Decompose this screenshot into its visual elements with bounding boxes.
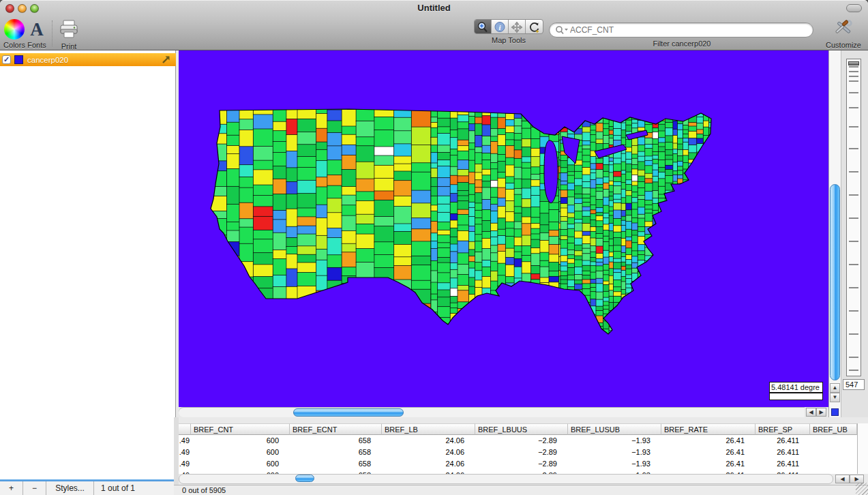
zoom-tool-button[interactable] bbox=[475, 20, 492, 34]
column-header-bref_ub[interactable]: BREF_UB bbox=[810, 423, 857, 435]
table-cell: −1.93 bbox=[568, 447, 661, 458]
layer-row-cancerp020[interactable]: ✓ cancerp020 bbox=[0, 53, 176, 66]
map-tools-group: i Map Tools bbox=[474, 19, 543, 44]
scroll-left-arrow[interactable]: ◀ bbox=[806, 408, 816, 417]
column-header-bref_sp[interactable]: BREF_SP bbox=[755, 423, 810, 435]
window-resize-grip[interactable] bbox=[856, 483, 868, 495]
rotate-tool-button[interactable] bbox=[526, 20, 543, 34]
layer-count: 1 out of 1 bbox=[94, 479, 176, 495]
scale-readout: 5.48141 degre bbox=[769, 382, 823, 393]
table-cell: −2.89 bbox=[475, 458, 568, 470]
table-cell: 26.411 bbox=[755, 447, 810, 458]
filter-field[interactable] bbox=[549, 22, 813, 38]
magnifier-icon bbox=[477, 21, 489, 33]
slider-tick bbox=[849, 80, 858, 82]
colors-button[interactable]: Colors bbox=[1, 19, 27, 49]
toolbar-separator bbox=[52, 20, 53, 46]
map-tools-label: Map Tools bbox=[474, 36, 543, 44]
table-cell: .49 bbox=[179, 458, 191, 470]
app-window: Untitled Colors A Fonts Print bbox=[0, 0, 868, 495]
customize-label: Customize bbox=[822, 41, 865, 49]
table-cell: −1.93 bbox=[568, 458, 661, 470]
rotate-icon bbox=[528, 21, 541, 33]
slider-tick bbox=[849, 310, 858, 312]
slider-tick bbox=[849, 171, 858, 172]
layer-visibility-checkbox[interactable]: ✓ bbox=[2, 55, 11, 64]
table-cell: 26.41 bbox=[661, 435, 755, 447]
table-horizontal-scrollbar[interactable] bbox=[179, 474, 833, 484]
scrollbar-corner-button[interactable] bbox=[831, 408, 839, 416]
table-vertical-scrollbar[interactable] bbox=[857, 423, 868, 474]
record-count-status: 0 out of 5905 bbox=[182, 486, 226, 494]
slider-tick bbox=[849, 264, 858, 265]
sidebar-bottom-bar: + − Styles... 1 out of 1 bbox=[0, 479, 176, 495]
zoom-value-field[interactable]: 547 bbox=[843, 379, 865, 390]
column-header-bref_lusub[interactable]: BREF_LUSUB bbox=[568, 423, 661, 435]
table-cell: 24.06 bbox=[382, 458, 475, 470]
fonts-icon: A bbox=[26, 19, 48, 40]
search-icon bbox=[555, 25, 569, 35]
window-chrome: Untitled Colors A Fonts Print bbox=[0, 0, 868, 50]
table-cell: 658 bbox=[290, 458, 382, 470]
table-row[interactable]: .4960065824.06−2.89−1.9326.4126.411 bbox=[179, 435, 857, 447]
slider-tick bbox=[849, 126, 858, 127]
filter-label-wrap: Filter cancerp020 bbox=[627, 40, 736, 48]
table-hscroll-thumb[interactable] bbox=[295, 475, 314, 482]
fonts-button[interactable]: A Fonts bbox=[26, 19, 48, 49]
column-header-bref_lbuus[interactable]: BREF_LBUUS bbox=[475, 423, 568, 435]
remove-layer-button[interactable]: − bbox=[23, 479, 46, 495]
us-county-map bbox=[179, 50, 828, 407]
layer-color-swatch[interactable] bbox=[14, 55, 23, 64]
print-button[interactable]: Print bbox=[57, 19, 81, 50]
customize-button[interactable]: Customize bbox=[822, 19, 865, 49]
scale-bar bbox=[769, 393, 823, 400]
table-cell: −2.89 bbox=[475, 447, 568, 458]
slider-tick bbox=[849, 217, 858, 219]
slider-tick bbox=[849, 287, 858, 288]
table-cell: 658 bbox=[290, 435, 382, 447]
table-left-gutter bbox=[174, 417, 179, 495]
title-bar[interactable]: Untitled bbox=[0, 0, 868, 17]
styles-button[interactable]: Styles... bbox=[46, 479, 94, 495]
info-tool-button[interactable]: i bbox=[492, 20, 509, 34]
table-header-row: BREF_CNTBREF_ECNTBREF_LBBREF_LBUUSBREF_L… bbox=[179, 423, 857, 435]
color-wheel-icon bbox=[4, 19, 25, 40]
expand-arrow-icon[interactable] bbox=[161, 55, 171, 65]
scroll-down-arrow[interactable]: ▼ bbox=[830, 393, 840, 402]
filter-input[interactable] bbox=[569, 25, 807, 35]
table-cell: 26.41 bbox=[661, 458, 755, 470]
scroll-right-arrow[interactable]: ▶ bbox=[816, 408, 826, 417]
table-cell bbox=[810, 435, 857, 447]
printer-icon bbox=[59, 19, 79, 40]
zoom-slider[interactable] bbox=[846, 59, 861, 376]
map-vertical-scrollbar[interactable]: ▲ ▼ bbox=[828, 50, 841, 417]
column-header-bref_rate[interactable]: BREF_RATE bbox=[661, 423, 755, 435]
layer-name: cancerp020 bbox=[27, 56, 68, 64]
print-label: Print bbox=[57, 42, 81, 50]
map-horizontal-scrollbar[interactable] bbox=[179, 407, 805, 417]
column-header-bref_lb[interactable]: BREF_LB bbox=[382, 423, 475, 435]
table-row[interactable]: .4960065824.06−2.89−1.9326.4126.411 bbox=[179, 458, 857, 470]
table-scroll-left-arrow[interactable]: ◀ bbox=[835, 475, 850, 483]
table-cell bbox=[810, 447, 857, 458]
table-cell: 600 bbox=[191, 435, 290, 447]
move-icon bbox=[511, 21, 523, 33]
add-layer-button[interactable]: + bbox=[0, 479, 23, 495]
column-header-partial[interactable] bbox=[179, 423, 191, 435]
pan-tool-button[interactable] bbox=[509, 20, 526, 34]
attribute-table: BREF_CNTBREF_ECNTBREF_LBBREF_LBUUSBREF_L… bbox=[174, 417, 868, 495]
column-header-bref_cnt[interactable]: BREF_CNT bbox=[191, 423, 290, 435]
table-row[interactable]: .4960065824.06−2.89−1.9326.4126.411 bbox=[179, 447, 857, 458]
table-cell: 600 bbox=[191, 458, 290, 470]
table-cell: −2.89 bbox=[475, 435, 568, 447]
map-hscroll-thumb[interactable] bbox=[293, 408, 404, 417]
map-vscroll-thumb[interactable] bbox=[830, 184, 840, 380]
column-header-bref_ecnt[interactable]: BREF_ECNT bbox=[290, 423, 382, 435]
table-body: .4960065824.06−2.89−1.9326.4126.411.4960… bbox=[179, 435, 857, 474]
slider-tick bbox=[849, 76, 858, 77]
map-canvas[interactable]: 5.48141 degre bbox=[179, 50, 828, 407]
toolbar-toggle-capsule[interactable] bbox=[846, 4, 862, 12]
scroll-up-arrow[interactable]: ▲ bbox=[830, 383, 840, 393]
table-cell bbox=[810, 458, 857, 470]
zoom-slider-thumb[interactable] bbox=[848, 61, 859, 65]
